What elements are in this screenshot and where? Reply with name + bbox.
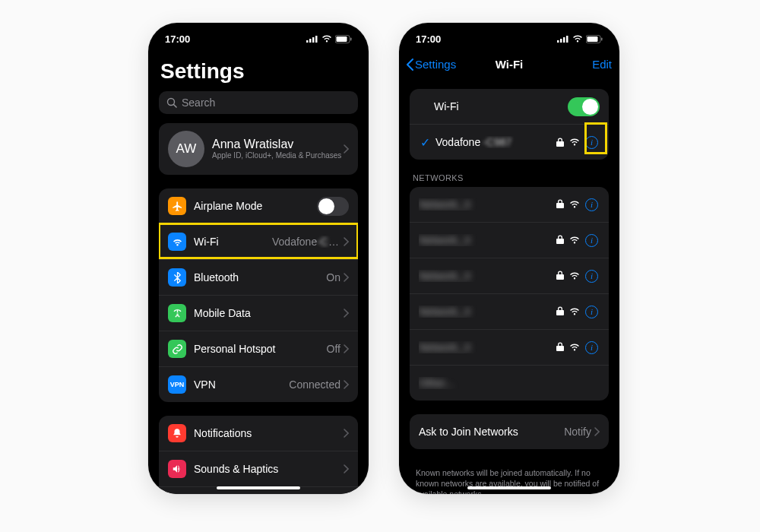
notch	[463, 23, 556, 43]
chevron-right-icon	[344, 344, 349, 353]
networks-header: NETWORKS	[413, 173, 606, 182]
search-placeholder: Search	[182, 97, 215, 109]
status-time: 17:00	[165, 33, 190, 45]
mobile-label: Mobile Data	[194, 307, 344, 319]
bluetooth-label: Bluetooth	[194, 271, 326, 283]
chevron-right-icon	[344, 309, 349, 318]
wifi-signal-icon	[569, 233, 580, 247]
bluetooth-icon	[168, 268, 186, 287]
wifi-signal-icon	[569, 340, 580, 354]
cellular-icon	[306, 35, 318, 43]
info-icon[interactable]: i	[585, 234, 598, 247]
airplane-mode-row[interactable]: Airplane Mode	[159, 188, 358, 223]
mobile-data-row[interactable]: Mobile Data	[159, 295, 358, 331]
svg-rect-14	[587, 36, 598, 42]
info-icon[interactable]: i	[585, 136, 598, 149]
antenna-icon	[168, 304, 186, 322]
search-icon	[166, 97, 177, 108]
connected-network-row[interactable]: ✓ Vodafone-C987 i	[410, 124, 609, 160]
chevron-right-icon	[344, 237, 349, 246]
lock-icon	[556, 233, 564, 247]
battery-icon	[335, 35, 352, 43]
network-row[interactable]: Network_Xi	[410, 329, 609, 365]
avatar: AW	[168, 131, 204, 167]
account-name: Anna Wratislav	[212, 138, 344, 151]
network-name: Network_X	[419, 234, 470, 246]
svg-rect-11	[563, 37, 565, 43]
svg-line-8	[174, 105, 177, 108]
nav-edit-label: Edit	[592, 58, 612, 71]
vpn-label: VPN	[194, 378, 289, 391]
wifi-label: Wi-Fi	[194, 236, 272, 248]
phone-settings: 17:00 Settings Search AW Anna Wratislav …	[148, 23, 369, 494]
svg-rect-15	[601, 37, 603, 40]
svg-rect-10	[560, 39, 562, 43]
wifi-signal-icon	[569, 305, 580, 318]
svg-rect-1	[309, 39, 312, 43]
cellular-icon	[557, 35, 569, 43]
vpn-row[interactable]: VPN VPN Connected	[159, 366, 358, 402]
airplane-icon	[168, 197, 186, 215]
wifi-icon	[168, 233, 186, 251]
svg-rect-3	[315, 36, 318, 43]
lock-icon	[556, 305, 564, 318]
network-name: Network_X	[419, 306, 470, 318]
wifi-signal-icon	[569, 198, 580, 211]
hotspot-label: Personal Hotspot	[194, 343, 327, 355]
nav-bar: Settings Wi-Fi Edit	[399, 55, 619, 75]
home-indicator[interactable]	[217, 486, 300, 489]
wifi-signal-icon	[569, 138, 580, 146]
svg-rect-5	[337, 36, 347, 42]
hotspot-value: Off	[327, 343, 340, 355]
info-icon[interactable]: i	[585, 270, 598, 283]
airplane-label: Airplane Mode	[194, 200, 317, 212]
ask-join-group: Ask to Join Networks Notify	[410, 414, 609, 449]
chevron-left-icon	[407, 59, 413, 71]
chevron-right-icon	[344, 144, 349, 154]
notifications-row[interactable]: Notifications	[159, 416, 358, 451]
speaker-icon	[168, 460, 186, 478]
chevron-right-icon	[344, 273, 349, 282]
info-icon[interactable]: i	[585, 198, 598, 211]
account-row[interactable]: AW Anna Wratislav Apple ID, iCloud+, Med…	[159, 123, 358, 175]
network-name: Network_X	[419, 198, 470, 211]
vpn-icon: VPN	[168, 375, 186, 394]
airplane-toggle[interactable]	[317, 197, 349, 216]
chevron-right-icon	[344, 429, 349, 438]
networks-group: Network_XiNetwork_XiNetwork_XiNetwork_Xi…	[410, 187, 609, 401]
ask-join-value: Notify	[564, 426, 591, 438]
hotspot-row[interactable]: Personal Hotspot Off	[159, 331, 358, 366]
wifi-status-icon	[572, 35, 583, 43]
nav-edit-button[interactable]: Edit	[523, 58, 612, 71]
network-row[interactable]: Network_Xi	[410, 187, 609, 222]
ask-join-label: Ask to Join Networks	[419, 426, 564, 438]
lock-icon	[556, 269, 564, 283]
network-row[interactable]: Network_Xi	[410, 222, 609, 258]
lock-icon	[556, 138, 564, 147]
wifi-toggle-label: Wi-Fi	[434, 100, 568, 112]
wifi-row[interactable]: Wi-Fi Vodafone-C987	[159, 223, 358, 259]
lock-icon	[556, 340, 564, 354]
ask-join-row[interactable]: Ask to Join Networks Notify	[410, 414, 609, 449]
chevron-right-icon	[344, 380, 349, 389]
connectivity-group: Airplane Mode Wi-Fi Vodafone-C987 Blueto…	[159, 188, 358, 402]
search-input[interactable]: Search	[159, 91, 358, 114]
svg-rect-9	[557, 40, 559, 43]
info-icon[interactable]: i	[585, 341, 598, 354]
home-indicator[interactable]	[467, 486, 551, 489]
bluetooth-value: On	[326, 271, 340, 283]
wifi-toggle-row[interactable]: Wi-Fi	[410, 89, 609, 124]
other-network-row[interactable]: Other...	[410, 365, 609, 401]
info-icon[interactable]: i	[585, 306, 598, 318]
other-label: Other...	[419, 377, 454, 389]
network-row[interactable]: Network_Xi	[410, 293, 609, 329]
bluetooth-row[interactable]: Bluetooth On	[159, 259, 358, 295]
battery-icon	[586, 35, 603, 43]
svg-rect-0	[306, 40, 309, 43]
network-row[interactable]: Network_Xi	[410, 258, 609, 293]
sounds-row[interactable]: Sounds & Haptics	[159, 451, 358, 486]
svg-rect-6	[350, 37, 352, 40]
network-name: Network_X	[419, 341, 470, 353]
nav-back-button[interactable]: Settings	[407, 58, 496, 71]
wifi-toggle[interactable]	[568, 97, 600, 116]
